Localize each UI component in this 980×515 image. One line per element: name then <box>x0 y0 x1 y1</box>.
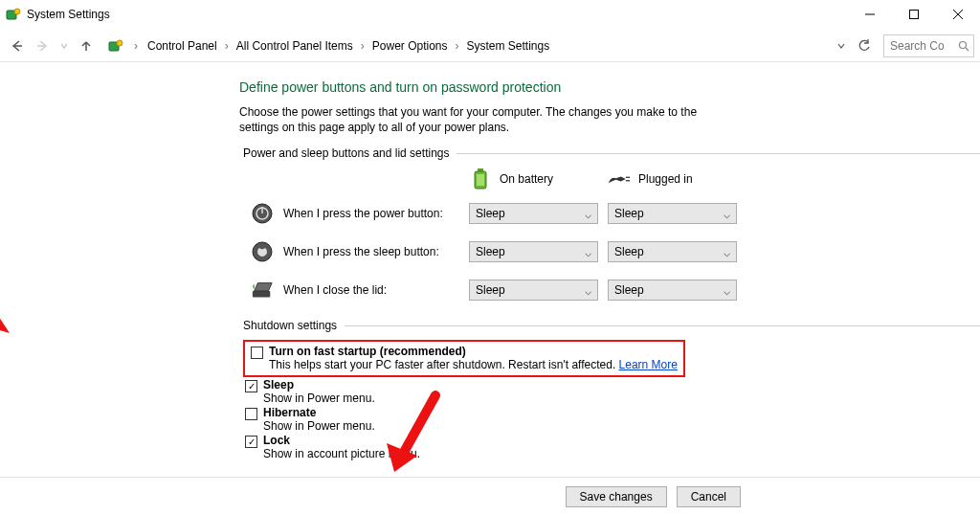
checkbox-sleep[interactable]: Sleep Show in Power menu. <box>245 378 980 405</box>
lid-icon <box>251 279 274 302</box>
section-line <box>345 325 980 326</box>
col-on-battery: On battery <box>469 168 608 190</box>
chevron-down-icon: ⌵ <box>724 284 730 298</box>
power-battery-select[interactable]: Sleep⌵ <box>469 203 598 224</box>
chevron-down-icon: ⌵ <box>585 208 591 221</box>
checkbox-lock[interactable]: Lock Show in account picture menu. <box>245 434 980 460</box>
address-dropdown[interactable] <box>832 34 851 57</box>
svg-rect-3 <box>910 11 919 19</box>
hibernate-title: Hibernate <box>263 406 375 419</box>
power-button-icon <box>251 202 274 225</box>
checkbox-icon <box>245 436 257 448</box>
sleep-plugged-select[interactable]: Sleep⌵ <box>608 241 737 262</box>
row-power-button: When I press the power button: Sleep⌵ Sl… <box>239 194 980 233</box>
section-shutdown-text: Shutdown settings <box>243 319 337 332</box>
fast-startup-highlight: Turn on fast startup (recommended) This … <box>243 340 685 377</box>
svg-point-9 <box>117 40 122 46</box>
section-buttons-label: Power and sleep buttons and lid settings <box>243 146 980 160</box>
breadcrumb-icon <box>107 37 124 55</box>
fast-startup-sub: This helps start your PC faster after sh… <box>269 358 678 371</box>
breadcrumb-sep: › <box>128 39 144 53</box>
nav-back-button[interactable] <box>6 34 29 57</box>
row-sleep-label: When I press the sleep button: <box>283 245 469 258</box>
svg-marker-23 <box>0 305 10 333</box>
page-subtitle: Choose the power settings that you want … <box>239 104 737 135</box>
nav-up-button[interactable] <box>75 34 98 57</box>
sleep-title: Sleep <box>263 378 375 392</box>
fast-startup-title: Turn on fast startup (recommended) <box>269 345 678 358</box>
chevron-down-icon: ⌵ <box>585 284 591 298</box>
nav-recent-dropdown[interactable] <box>56 34 73 57</box>
svg-point-10 <box>960 41 967 48</box>
checkbox-icon <box>251 347 263 359</box>
app-icon <box>6 7 21 22</box>
row-power-label: When I press the power button: <box>283 207 469 220</box>
lock-title: Lock <box>263 434 420 447</box>
col-battery-label: On battery <box>500 172 553 186</box>
refresh-button[interactable] <box>853 34 876 57</box>
window-title: System Settings <box>27 8 110 21</box>
search-input[interactable] <box>888 38 947 54</box>
save-changes-button[interactable]: Save changes <box>566 486 667 507</box>
col-plugged-in: Plugged in <box>608 168 746 190</box>
section-buttons-text: Power and sleep buttons and lid settings <box>243 146 449 160</box>
crumb-power-options[interactable]: Power Options <box>370 37 450 55</box>
toolbar: › Control Panel › All Control Panel Item… <box>0 29 980 61</box>
svg-rect-21 <box>253 291 270 297</box>
footer: Save changes Cancel <box>0 477 980 515</box>
crumb-all-items[interactable]: All Control Panel Items <box>234 37 355 55</box>
chevron-down-icon: ⌵ <box>585 246 591 259</box>
maximize-button[interactable] <box>892 0 936 29</box>
sleep-battery-select[interactable]: Sleep⌵ <box>469 241 598 262</box>
lid-plugged-select[interactable]: Sleep⌵ <box>608 280 737 301</box>
row-lid-label: When I close the lid: <box>283 283 469 297</box>
annotation-arrow-icon <box>0 263 14 340</box>
column-headers: On battery Plugged in <box>239 168 980 190</box>
window-controls <box>848 0 980 29</box>
crumb-system-settings[interactable]: System Settings <box>464 37 551 55</box>
breadcrumb-sep: › <box>219 39 234 53</box>
chevron-down-icon: ⌵ <box>724 208 730 221</box>
svg-line-11 <box>966 48 969 51</box>
row-close-lid: When I close the lid: Sleep⌵ Sleep⌵ <box>239 271 980 309</box>
chevron-down-icon: ⌵ <box>724 246 730 259</box>
learn-more-link[interactable]: Learn More <box>619 358 678 371</box>
hibernate-sub: Show in Power menu. <box>263 419 375 433</box>
plug-icon <box>608 168 631 190</box>
checkbox-fast-startup[interactable]: Turn on fast startup (recommended) This … <box>251 345 678 371</box>
checkbox-icon <box>245 380 257 392</box>
battery-icon <box>469 168 492 190</box>
lock-sub: Show in account picture menu. <box>263 447 420 460</box>
svg-point-1 <box>14 9 20 14</box>
titlebar: System Settings <box>0 0 980 29</box>
search-box[interactable] <box>883 34 974 57</box>
content: Define power buttons and turn on passwor… <box>0 62 980 474</box>
shutdown-settings: Turn on fast startup (recommended) This … <box>239 340 980 460</box>
sleep-sub: Show in Power menu. <box>263 392 375 405</box>
nav-forward-button[interactable] <box>31 34 54 57</box>
section-line <box>457 153 980 154</box>
row-sleep-button: When I press the sleep button: Sleep⌵ Sl… <box>239 233 980 271</box>
breadcrumb: Control Panel › All Control Panel Items … <box>145 34 551 57</box>
sleep-button-icon <box>251 240 274 263</box>
breadcrumb-sep: › <box>449 39 464 53</box>
power-plugged-select[interactable]: Sleep⌵ <box>608 203 737 224</box>
col-plugged-label: Plugged in <box>638 172 693 186</box>
crumb-control-panel[interactable]: Control Panel <box>145 37 219 55</box>
search-icon <box>958 40 969 52</box>
breadcrumb-sep: › <box>355 39 370 53</box>
checkbox-hibernate[interactable]: Hibernate Show in Power menu. <box>245 406 980 433</box>
svg-rect-14 <box>477 174 484 186</box>
cancel-button[interactable]: Cancel <box>677 486 741 507</box>
section-shutdown-label: Shutdown settings <box>243 319 980 332</box>
close-button[interactable] <box>936 0 980 29</box>
checkbox-icon <box>245 408 257 420</box>
lid-battery-select[interactable]: Sleep⌵ <box>469 280 598 301</box>
minimize-button[interactable] <box>848 0 892 29</box>
page-title: Define power buttons and turn on passwor… <box>239 79 980 95</box>
